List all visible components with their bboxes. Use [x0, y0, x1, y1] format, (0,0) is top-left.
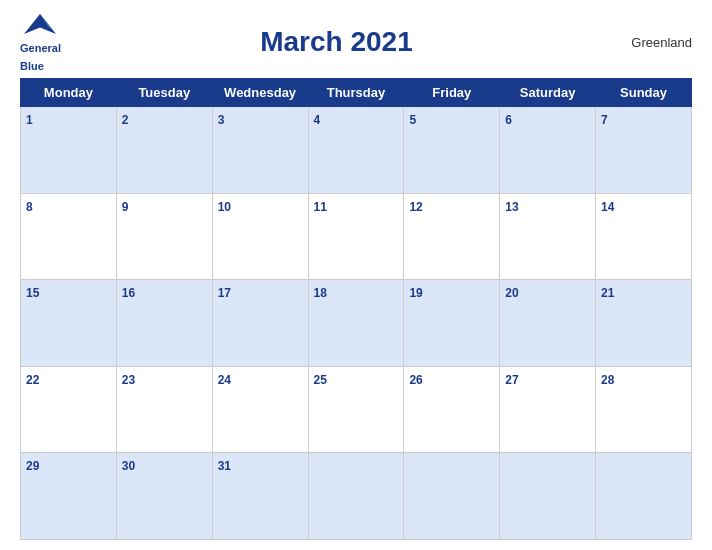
svg-marker-0 — [24, 14, 56, 34]
calendar-day-cell: 14 — [596, 193, 692, 280]
day-number: 3 — [218, 113, 225, 127]
calendar-day-cell: 16 — [116, 280, 212, 367]
calendar-day-cell: 22 — [21, 366, 117, 453]
calendar-week-row: 15161718192021 — [21, 280, 692, 367]
calendar-day-cell — [404, 453, 500, 540]
calendar-day-cell: 11 — [308, 193, 404, 280]
day-number: 30 — [122, 459, 135, 473]
day-number: 29 — [26, 459, 39, 473]
calendar-day-cell: 21 — [596, 280, 692, 367]
day-number: 8 — [26, 200, 33, 214]
region-label: Greenland — [612, 35, 692, 50]
day-number: 26 — [409, 373, 422, 387]
day-number: 25 — [314, 373, 327, 387]
logo-text-blue: Blue — [20, 60, 44, 72]
day-number: 22 — [26, 373, 39, 387]
calendar-week-row: 891011121314 — [21, 193, 692, 280]
calendar-day-cell: 27 — [500, 366, 596, 453]
calendar-day-cell: 26 — [404, 366, 500, 453]
calendar-day-cell: 19 — [404, 280, 500, 367]
logo-icon — [20, 10, 60, 38]
day-number: 1 — [26, 113, 33, 127]
calendar-day-cell: 9 — [116, 193, 212, 280]
calendar-day-cell: 25 — [308, 366, 404, 453]
calendar-day-cell: 24 — [212, 366, 308, 453]
calendar-table: Monday Tuesday Wednesday Thursday Friday… — [20, 78, 692, 540]
calendar-day-cell: 29 — [21, 453, 117, 540]
calendar-day-cell: 18 — [308, 280, 404, 367]
calendar-day-cell: 17 — [212, 280, 308, 367]
day-number: 12 — [409, 200, 422, 214]
day-number: 6 — [505, 113, 512, 127]
calendar-week-row: 1234567 — [21, 107, 692, 194]
day-number: 17 — [218, 286, 231, 300]
calendar-title: March 2021 — [61, 26, 612, 58]
day-number: 14 — [601, 200, 614, 214]
day-number: 16 — [122, 286, 135, 300]
header-sunday: Sunday — [596, 79, 692, 107]
day-number: 19 — [409, 286, 422, 300]
day-number: 23 — [122, 373, 135, 387]
calendar-day-cell: 23 — [116, 366, 212, 453]
calendar-day-cell: 7 — [596, 107, 692, 194]
calendar-day-cell: 10 — [212, 193, 308, 280]
header-saturday: Saturday — [500, 79, 596, 107]
day-number: 31 — [218, 459, 231, 473]
calendar-day-cell: 4 — [308, 107, 404, 194]
day-number: 27 — [505, 373, 518, 387]
calendar-day-cell: 3 — [212, 107, 308, 194]
day-number: 11 — [314, 200, 327, 214]
header-thursday: Thursday — [308, 79, 404, 107]
calendar-day-cell: 31 — [212, 453, 308, 540]
calendar-day-cell: 1 — [21, 107, 117, 194]
header-tuesday: Tuesday — [116, 79, 212, 107]
calendar-day-cell: 28 — [596, 366, 692, 453]
calendar-day-cell: 2 — [116, 107, 212, 194]
calendar-day-cell: 13 — [500, 193, 596, 280]
calendar-day-cell: 12 — [404, 193, 500, 280]
day-number: 21 — [601, 286, 614, 300]
calendar-week-row: 22232425262728 — [21, 366, 692, 453]
calendar-day-cell: 30 — [116, 453, 212, 540]
day-number: 28 — [601, 373, 614, 387]
calendar-day-cell: 6 — [500, 107, 596, 194]
day-number: 9 — [122, 200, 129, 214]
day-number: 24 — [218, 373, 231, 387]
calendar-day-cell — [308, 453, 404, 540]
day-number: 5 — [409, 113, 416, 127]
weekday-header-row: Monday Tuesday Wednesday Thursday Friday… — [21, 79, 692, 107]
day-number: 10 — [218, 200, 231, 214]
day-number: 4 — [314, 113, 321, 127]
header-friday: Friday — [404, 79, 500, 107]
header-monday: Monday — [21, 79, 117, 107]
day-number: 13 — [505, 200, 518, 214]
header-wednesday: Wednesday — [212, 79, 308, 107]
day-number: 18 — [314, 286, 327, 300]
calendar-week-row: 293031 — [21, 453, 692, 540]
calendar-day-cell — [500, 453, 596, 540]
calendar-day-cell: 15 — [21, 280, 117, 367]
day-number: 7 — [601, 113, 608, 127]
calendar-day-cell: 8 — [21, 193, 117, 280]
day-number: 20 — [505, 286, 518, 300]
logo-text-general: General — [20, 42, 61, 54]
calendar-day-cell: 5 — [404, 107, 500, 194]
logo: General Blue — [20, 10, 61, 74]
day-number: 15 — [26, 286, 39, 300]
day-number: 2 — [122, 113, 129, 127]
calendar-day-cell: 20 — [500, 280, 596, 367]
calendar-day-cell — [596, 453, 692, 540]
calendar-header: General Blue March 2021 Greenland — [20, 10, 692, 74]
